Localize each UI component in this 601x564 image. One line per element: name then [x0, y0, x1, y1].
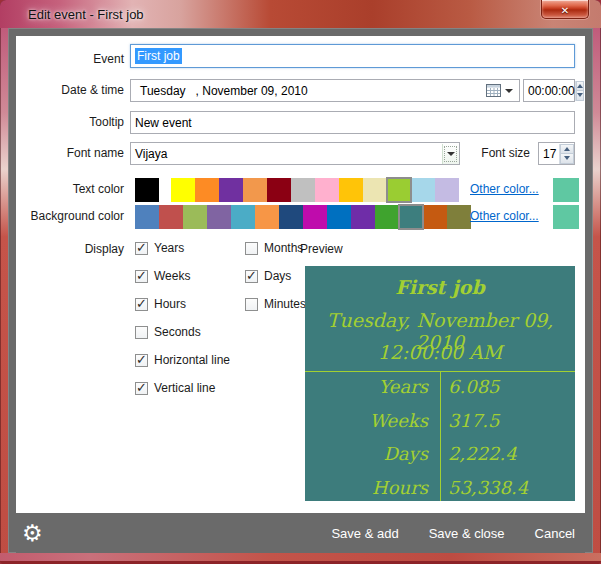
save-and-close-button[interactable]: Save & close — [429, 526, 505, 541]
palette-swatch[interactable] — [267, 178, 291, 202]
checkbox-weeks[interactable]: Weeks — [135, 268, 230, 284]
down-arrow-icon — [564, 156, 570, 160]
preview-row-value: 317.5 — [448, 410, 500, 431]
preview-row-label: Years — [378, 376, 428, 397]
checkbox-label: Vertical line — [154, 381, 215, 395]
checkbox-years[interactable]: Years — [135, 240, 230, 256]
palette-swatch[interactable] — [363, 178, 387, 202]
palette-swatch[interactable] — [303, 205, 327, 229]
cancel-button[interactable]: Cancel — [535, 526, 575, 541]
tooltip-value: New event — [135, 116, 192, 130]
checkbox-minutes[interactable]: Minutes — [245, 296, 306, 312]
checked-checkbox-icon[interactable] — [135, 270, 148, 283]
window-bottom-border — [0, 553, 601, 564]
preview-row-value: 2,222.4 — [448, 443, 517, 464]
palette-swatch[interactable] — [219, 178, 243, 202]
checkbox-vertical-line[interactable]: Vertical line — [135, 380, 230, 396]
palette-swatch[interactable] — [435, 178, 459, 202]
checkbox-hours[interactable]: Hours — [135, 296, 230, 312]
unchecked-checkbox-icon[interactable] — [135, 326, 148, 339]
palette-swatch[interactable] — [279, 205, 303, 229]
time-spin-up-button[interactable] — [576, 81, 584, 92]
palette-swatch[interactable] — [327, 205, 351, 229]
preview-row-label: Hours — [372, 477, 428, 498]
palette-swatch[interactable] — [255, 205, 279, 229]
display-checkbox-column-2: MonthsDaysMinutes — [245, 240, 306, 324]
checkbox-label: Minutes — [264, 297, 306, 311]
save-and-add-button[interactable]: Save & add — [331, 526, 398, 541]
preview-row-label: Weeks — [370, 410, 428, 431]
font-size-up-button[interactable] — [560, 144, 574, 155]
footer-bar: ⚙ Save & add Save & close Cancel — [16, 513, 585, 553]
palette-swatch[interactable] — [183, 205, 207, 229]
up-arrow-icon — [564, 147, 570, 151]
chevron-down-icon — [505, 89, 513, 93]
palette-swatch[interactable] — [135, 205, 159, 229]
palette-swatch[interactable] — [207, 205, 231, 229]
palette-swatch[interactable] — [243, 178, 267, 202]
palette-swatch[interactable] — [399, 205, 423, 229]
titlebar: Edit event - First job ✕ — [0, 0, 601, 28]
text-color-default-swatch[interactable] — [135, 178, 159, 202]
checkbox-seconds[interactable]: Seconds — [135, 324, 230, 340]
palette-swatch[interactable] — [315, 178, 339, 202]
edit-event-dialog: Edit event - First job ✕ Event First job… — [0, 0, 601, 564]
checkbox-months[interactable]: Months — [245, 240, 306, 256]
palette-swatch[interactable] — [375, 205, 399, 229]
text-color-other-link[interactable]: Other color... — [470, 182, 539, 196]
checkbox-label: Years — [154, 241, 184, 255]
checked-checkbox-icon[interactable] — [135, 354, 148, 367]
preview-row-years: Years6.085 — [305, 376, 575, 402]
checkbox-label: Horizontal line — [154, 353, 230, 367]
event-input[interactable]: First job — [130, 44, 575, 68]
close-icon: ✕ — [561, 5, 569, 16]
settings-gear-icon[interactable]: ⚙ — [22, 522, 43, 545]
palette-swatch[interactable] — [195, 178, 219, 202]
close-button[interactable]: ✕ — [541, 0, 589, 19]
palette-swatch[interactable] — [159, 205, 183, 229]
unchecked-checkbox-icon[interactable] — [245, 298, 258, 311]
event-label: Event — [16, 52, 124, 66]
palette-swatch[interactable] — [447, 205, 471, 229]
checkbox-label: Days — [264, 269, 291, 283]
preview-row-days: Days2,222.4 — [305, 443, 575, 469]
palette-swatch[interactable] — [351, 205, 375, 229]
palette-swatch[interactable] — [423, 205, 447, 229]
unchecked-checkbox-icon[interactable] — [245, 242, 258, 255]
palette-swatch[interactable] — [291, 178, 315, 202]
palette-swatch[interactable] — [339, 178, 363, 202]
tooltip-label: Tooltip — [16, 115, 124, 129]
font-size-spin — [559, 144, 574, 164]
checked-checkbox-icon[interactable] — [245, 270, 258, 283]
checked-checkbox-icon[interactable] — [135, 382, 148, 395]
font-size-spinner[interactable]: 17 — [538, 142, 575, 165]
up-arrow-icon — [577, 84, 583, 88]
text-color-palette — [171, 178, 459, 202]
checkbox-label: Months — [264, 241, 303, 255]
display-label: Display — [16, 242, 124, 256]
checkbox-horizontal-line[interactable]: Horizontal line — [135, 352, 230, 368]
font-size-value: 17 — [543, 147, 556, 161]
palette-swatch[interactable] — [387, 178, 411, 202]
palette-swatch[interactable] — [231, 205, 255, 229]
font-size-down-button[interactable] — [560, 154, 574, 164]
palette-swatch[interactable] — [171, 178, 195, 202]
time-input[interactable]: 00:00:00 — [523, 79, 575, 102]
checked-checkbox-icon[interactable] — [135, 242, 148, 255]
palette-swatch[interactable] — [411, 178, 435, 202]
date-picker[interactable]: Tuesday , November 09, 2010 — [130, 79, 520, 102]
checked-checkbox-icon[interactable] — [135, 298, 148, 311]
date-dropdown-button[interactable] — [486, 84, 515, 97]
time-value: 00:00:00 — [528, 84, 575, 98]
background-color-current-swatch[interactable] — [553, 205, 579, 229]
time-spin-down-button[interactable] — [576, 91, 584, 101]
background-color-other-link[interactable]: Other color... — [470, 209, 539, 223]
font-name-select[interactable]: Vijaya — [130, 142, 460, 165]
tooltip-input[interactable]: New event — [130, 111, 575, 134]
text-color-current-swatch[interactable] — [553, 178, 579, 202]
preview-row-value: 53,338.4 — [448, 477, 528, 498]
preview-label: Preview — [300, 242, 343, 256]
background-color-label: Background color — [16, 209, 124, 223]
checkbox-days[interactable]: Days — [245, 268, 306, 284]
date-value: Tuesday , November 09, 2010 — [140, 84, 308, 98]
